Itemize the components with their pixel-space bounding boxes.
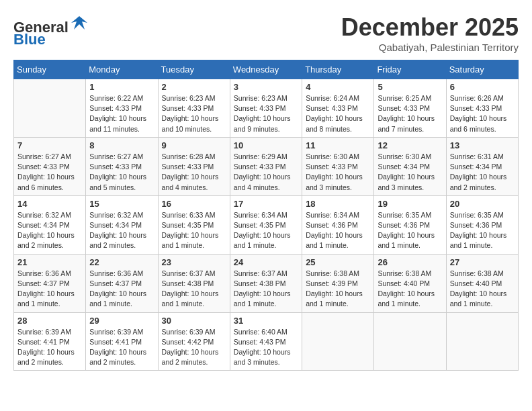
- day-info: Sunrise: 6:32 AM Sunset: 4:34 PM Dayligh…: [17, 210, 82, 251]
- title-block: December 2025 Qabatiyah, Palestinian Ter…: [341, 13, 519, 53]
- calendar-cell: 3Sunrise: 6:23 AM Sunset: 4:33 PM Daylig…: [230, 79, 302, 138]
- logo: General Blue: [13, 13, 89, 48]
- day-number: 20: [450, 199, 515, 209]
- day-number: 5: [378, 82, 442, 92]
- day-number: 11: [306, 140, 370, 150]
- day-info: Sunrise: 6:38 AM Sunset: 4:40 PM Dayligh…: [378, 269, 442, 310]
- day-header-friday: Friday: [374, 60, 446, 79]
- day-header-tuesday: Tuesday: [158, 60, 230, 79]
- day-info: Sunrise: 6:27 AM Sunset: 4:33 PM Dayligh…: [89, 152, 154, 193]
- day-number: 19: [378, 199, 442, 209]
- calendar-cell: [14, 79, 86, 138]
- day-header-thursday: Thursday: [302, 60, 374, 79]
- day-info: Sunrise: 6:35 AM Sunset: 4:36 PM Dayligh…: [378, 210, 442, 251]
- calendar-cell: 21Sunrise: 6:36 AM Sunset: 4:37 PM Dayli…: [14, 254, 86, 312]
- calendar-week-row: 14Sunrise: 6:32 AM Sunset: 4:34 PM Dayli…: [14, 195, 519, 254]
- day-info: Sunrise: 6:38 AM Sunset: 4:39 PM Dayligh…: [306, 269, 370, 310]
- calendar-cell: 16Sunrise: 6:33 AM Sunset: 4:35 PM Dayli…: [158, 195, 230, 254]
- day-number: 28: [17, 316, 82, 326]
- day-info: Sunrise: 6:24 AM Sunset: 4:33 PM Dayligh…: [306, 93, 370, 134]
- calendar-cell: 24Sunrise: 6:37 AM Sunset: 4:38 PM Dayli…: [230, 254, 302, 312]
- calendar-cell: 29Sunrise: 6:39 AM Sunset: 4:41 PM Dayli…: [86, 312, 158, 371]
- location-subtitle: Qabatiyah, Palestinian Territory: [341, 42, 519, 53]
- day-info: Sunrise: 6:23 AM Sunset: 4:33 PM Dayligh…: [234, 93, 298, 134]
- day-info: Sunrise: 6:34 AM Sunset: 4:35 PM Dayligh…: [234, 210, 298, 251]
- day-header-saturday: Saturday: [446, 60, 518, 79]
- day-number: 12: [378, 140, 442, 150]
- day-number: 21: [17, 257, 82, 267]
- day-info: Sunrise: 6:37 AM Sunset: 4:38 PM Dayligh…: [162, 269, 226, 310]
- day-info: Sunrise: 6:30 AM Sunset: 4:33 PM Dayligh…: [306, 152, 370, 193]
- day-number: 31: [234, 316, 298, 326]
- calendar-cell: 5Sunrise: 6:25 AM Sunset: 4:33 PM Daylig…: [374, 79, 446, 138]
- calendar-week-row: 28Sunrise: 6:39 AM Sunset: 4:41 PM Dayli…: [14, 312, 519, 371]
- day-number: 2: [162, 82, 226, 92]
- day-number: 17: [234, 199, 298, 209]
- day-info: Sunrise: 6:37 AM Sunset: 4:38 PM Dayligh…: [234, 269, 298, 310]
- day-info: Sunrise: 6:39 AM Sunset: 4:42 PM Dayligh…: [162, 327, 226, 368]
- day-info: Sunrise: 6:39 AM Sunset: 4:41 PM Dayligh…: [89, 327, 154, 368]
- day-number: 6: [450, 82, 515, 92]
- calendar-cell: 26Sunrise: 6:38 AM Sunset: 4:40 PM Dayli…: [374, 254, 446, 312]
- day-info: Sunrise: 6:23 AM Sunset: 4:33 PM Dayligh…: [162, 93, 226, 134]
- calendar-cell: 8Sunrise: 6:27 AM Sunset: 4:33 PM Daylig…: [86, 137, 158, 195]
- day-number: 16: [162, 199, 226, 209]
- day-number: 8: [89, 140, 154, 150]
- day-info: Sunrise: 6:33 AM Sunset: 4:35 PM Dayligh…: [162, 210, 226, 251]
- day-number: 10: [234, 140, 298, 150]
- calendar-cell: 10Sunrise: 6:29 AM Sunset: 4:33 PM Dayli…: [230, 137, 302, 195]
- day-info: Sunrise: 6:38 AM Sunset: 4:40 PM Dayligh…: [450, 269, 515, 310]
- svg-marker-0: [71, 16, 87, 30]
- calendar-cell: 12Sunrise: 6:30 AM Sunset: 4:34 PM Dayli…: [374, 137, 446, 195]
- day-info: Sunrise: 6:36 AM Sunset: 4:37 PM Dayligh…: [89, 269, 154, 310]
- day-number: 27: [450, 257, 515, 267]
- day-info: Sunrise: 6:31 AM Sunset: 4:34 PM Dayligh…: [450, 152, 515, 193]
- day-number: 14: [17, 199, 82, 209]
- day-number: 13: [450, 140, 515, 150]
- day-number: 9: [162, 140, 226, 150]
- day-number: 25: [306, 257, 370, 267]
- day-info: Sunrise: 6:40 AM Sunset: 4:43 PM Dayligh…: [234, 327, 298, 368]
- calendar-cell: 28Sunrise: 6:39 AM Sunset: 4:41 PM Dayli…: [14, 312, 86, 371]
- day-info: Sunrise: 6:32 AM Sunset: 4:34 PM Dayligh…: [89, 210, 154, 251]
- calendar-cell: [302, 312, 374, 371]
- calendar-cell: [374, 312, 446, 371]
- day-number: 23: [162, 257, 226, 267]
- day-number: 30: [162, 316, 226, 326]
- calendar-header-row: SundayMondayTuesdayWednesdayThursdayFrid…: [14, 60, 519, 79]
- logo-blue: Blue: [13, 31, 46, 48]
- day-info: Sunrise: 6:29 AM Sunset: 4:33 PM Dayligh…: [234, 152, 298, 193]
- calendar-cell: 13Sunrise: 6:31 AM Sunset: 4:34 PM Dayli…: [446, 137, 518, 195]
- calendar-cell: 19Sunrise: 6:35 AM Sunset: 4:36 PM Dayli…: [374, 195, 446, 254]
- day-number: 29: [89, 316, 154, 326]
- calendar-cell: 11Sunrise: 6:30 AM Sunset: 4:33 PM Dayli…: [302, 137, 374, 195]
- calendar-cell: 20Sunrise: 6:35 AM Sunset: 4:36 PM Dayli…: [446, 195, 518, 254]
- day-info: Sunrise: 6:34 AM Sunset: 4:36 PM Dayligh…: [306, 210, 370, 251]
- day-header-monday: Monday: [86, 60, 158, 79]
- day-header-wednesday: Wednesday: [230, 60, 302, 79]
- calendar-cell: 14Sunrise: 6:32 AM Sunset: 4:34 PM Dayli…: [14, 195, 86, 254]
- day-number: 1: [89, 82, 154, 92]
- day-info: Sunrise: 6:39 AM Sunset: 4:41 PM Dayligh…: [17, 327, 82, 368]
- day-info: Sunrise: 6:35 AM Sunset: 4:36 PM Dayligh…: [450, 210, 515, 251]
- day-info: Sunrise: 6:30 AM Sunset: 4:34 PM Dayligh…: [378, 152, 442, 193]
- day-info: Sunrise: 6:36 AM Sunset: 4:37 PM Dayligh…: [17, 269, 82, 310]
- day-header-sunday: Sunday: [14, 60, 86, 79]
- day-number: 15: [89, 199, 154, 209]
- day-info: Sunrise: 6:28 AM Sunset: 4:33 PM Dayligh…: [162, 152, 226, 193]
- calendar-week-row: 21Sunrise: 6:36 AM Sunset: 4:37 PM Dayli…: [14, 254, 519, 312]
- day-number: 22: [89, 257, 154, 267]
- calendar-cell: 7Sunrise: 6:27 AM Sunset: 4:33 PM Daylig…: [14, 137, 86, 195]
- day-number: 18: [306, 199, 370, 209]
- page-header: General Blue December 2025 Qabatiyah, Pa…: [13, 13, 519, 53]
- calendar-cell: 25Sunrise: 6:38 AM Sunset: 4:39 PM Dayli…: [302, 254, 374, 312]
- calendar-cell: 27Sunrise: 6:38 AM Sunset: 4:40 PM Dayli…: [446, 254, 518, 312]
- day-info: Sunrise: 6:27 AM Sunset: 4:33 PM Dayligh…: [17, 152, 82, 193]
- calendar-week-row: 7Sunrise: 6:27 AM Sunset: 4:33 PM Daylig…: [14, 137, 519, 195]
- day-number: 4: [306, 82, 370, 92]
- calendar-cell: 1Sunrise: 6:22 AM Sunset: 4:33 PM Daylig…: [86, 79, 158, 138]
- calendar-cell: 22Sunrise: 6:36 AM Sunset: 4:37 PM Dayli…: [86, 254, 158, 312]
- day-number: 7: [17, 140, 82, 150]
- calendar-table: SundayMondayTuesdayWednesdayThursdayFrid…: [13, 60, 519, 371]
- day-info: Sunrise: 6:25 AM Sunset: 4:33 PM Dayligh…: [378, 93, 442, 134]
